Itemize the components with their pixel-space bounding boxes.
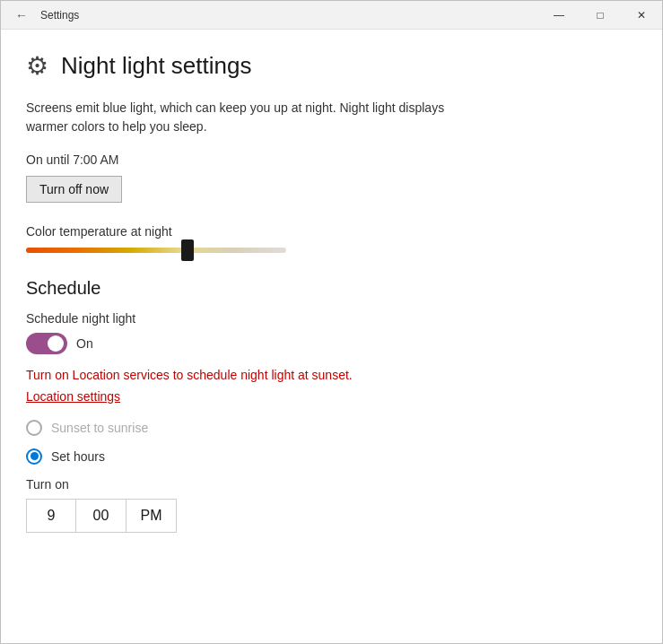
titlebar-controls: — □ ✕	[538, 1, 662, 30]
titlebar-title: Settings	[40, 9, 79, 22]
color-temperature-section: Color temperature at night	[26, 224, 637, 253]
schedule-heading: Schedule	[26, 278, 637, 299]
time-minutes-field[interactable]: 00	[76, 499, 126, 533]
maximize-button[interactable]: □	[580, 1, 621, 30]
slider-thumb[interactable]	[181, 239, 194, 261]
turn-on-label: Turn on	[26, 477, 637, 492]
toggle-row: On	[26, 333, 637, 354]
radio-sunset-label: Sunset to sunrise	[51, 421, 148, 435]
close-button[interactable]: ✕	[621, 1, 662, 30]
radio-inner-dot	[31, 452, 39, 460]
titlebar-left: ← Settings	[10, 4, 79, 26]
radio-set-hours-circle[interactable]	[26, 448, 42, 465]
radio-sunset-circle[interactable]	[26, 420, 42, 436]
color-section-label: Color temperature at night	[26, 224, 637, 239]
time-fields: 9 00 PM	[26, 499, 637, 533]
titlebar: ← Settings — □ ✕	[1, 1, 662, 30]
time-ampm-field[interactable]: PM	[126, 499, 177, 533]
color-temperature-slider[interactable]	[26, 248, 286, 253]
time-hour-field[interactable]: 9	[26, 499, 76, 533]
turn-off-now-button[interactable]: Turn off now	[26, 176, 122, 203]
toggle-thumb	[48, 335, 64, 352]
schedule-toggle[interactable]	[26, 333, 67, 354]
schedule-section: Schedule Schedule night light On Turn on…	[26, 278, 637, 533]
schedule-night-label: Schedule night light	[26, 311, 637, 326]
toggle-label: On	[76, 336, 93, 351]
radio-set-hours-option[interactable]: Set hours	[26, 448, 637, 465]
location-settings-link[interactable]: Location settings	[26, 389, 120, 404]
location-warning-text: Turn on Location services to schedule ni…	[26, 367, 403, 385]
radio-set-hours-label: Set hours	[51, 449, 105, 464]
content-area: ⚙ Night light settings Screens emit blue…	[1, 30, 662, 643]
description-text: Screens emit blue light, which can keep …	[26, 99, 457, 136]
gear-icon: ⚙	[26, 51, 48, 81]
minimize-button[interactable]: —	[538, 1, 580, 30]
on-until-text: On until 7:00 AM	[26, 152, 637, 167]
radio-sunset-option[interactable]: Sunset to sunrise	[26, 420, 637, 436]
back-button[interactable]: ←	[10, 4, 33, 26]
settings-window: ← Settings — □ ✕ ⚙ Night light settings …	[0, 0, 663, 644]
page-header: ⚙ Night light settings	[26, 51, 637, 81]
page-title: Night light settings	[61, 52, 251, 80]
